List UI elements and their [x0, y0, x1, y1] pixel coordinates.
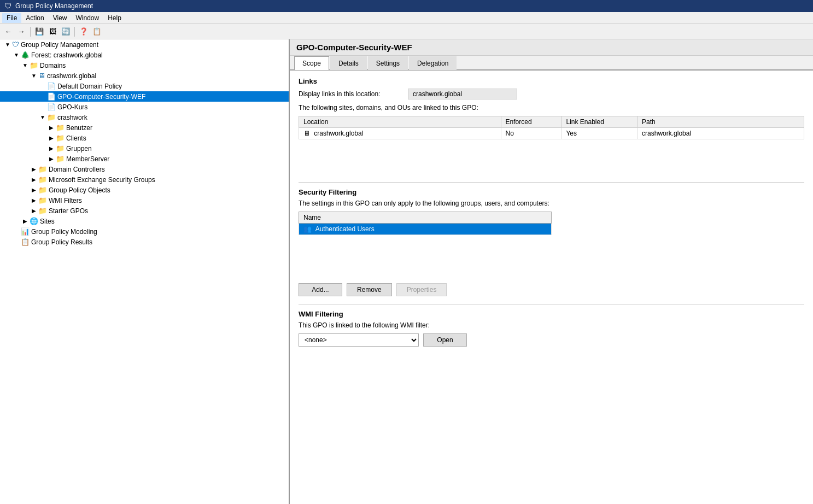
main-layout: ▼ 🛡 Group Policy Management ▼ 🌲 Forest: … — [0, 39, 813, 504]
wmi-filters-icon: 📁 — [38, 196, 47, 204]
tree-item-sites[interactable]: ▶ 🌐 Sites — [0, 216, 289, 226]
toolbar-separator-1 — [30, 27, 31, 37]
links-col-path: Path — [637, 116, 804, 128]
right-panel: GPO-Computer-Security-WEF Scope Details … — [290, 39, 813, 504]
security-table: Name 👥 Authenticated Users — [299, 212, 552, 235]
tree-arrow-default-domain[interactable]: ▶ — [38, 83, 47, 89]
tree-label-domains: Domains — [40, 62, 66, 69]
menu-action[interactable]: Action — [21, 13, 48, 23]
tree-item-clients[interactable]: ▶ 📁 Clients — [0, 133, 289, 143]
toolbar: ← → 💾 🖼 🔄 ❓ 📋 — [0, 24, 813, 39]
links-row-location: 🖥 crashwork.global — [299, 128, 501, 139]
tree-arrow-domains[interactable]: ▼ — [21, 62, 30, 68]
tree-arrow-gpo-kurs[interactable]: ▶ — [38, 104, 47, 110]
menu-window[interactable]: Window — [72, 13, 104, 23]
tree-item-starter-gpos[interactable]: ▶ 📁 Starter GPOs — [0, 206, 289, 216]
tree-arrow-gpo-results[interactable]: ▶ — [12, 239, 21, 245]
gpo-kurs-icon: 📄 — [47, 103, 56, 111]
security-row-icon: 👥 — [303, 225, 312, 233]
links-col-location: Location — [299, 116, 501, 128]
tree-arrow-clients[interactable]: ▶ — [47, 135, 56, 141]
links-row-link-enabled: Yes — [562, 128, 637, 139]
tree-item-gruppen[interactable]: ▶ 📁 Gruppen — [0, 143, 289, 154]
tree-arrow-forest[interactable]: ▼ — [12, 52, 21, 58]
tree-arrow-domain-controllers[interactable]: ▶ — [30, 166, 38, 172]
save-button[interactable]: 💾 — [33, 26, 45, 38]
tree-arrow-gpo-security[interactable]: ▶ — [38, 93, 47, 99]
tree-item-gpo-objects[interactable]: ▶ 📁 Group Policy Objects — [0, 185, 289, 195]
tree-arrow-crashwork[interactable]: ▼ — [38, 114, 47, 120]
wmi-row: <none> Open — [299, 333, 804, 347]
tree-item-default-domain[interactable]: ▶ 📄 Default Domain Policy — [0, 81, 289, 91]
location-icon: 🖥 — [303, 130, 310, 137]
clients-icon: 📁 — [56, 134, 65, 142]
tree-item-gpo-computer-security-wef[interactable]: ▶ 📄 GPO-Computer-Security-WEF — [0, 91, 289, 102]
tree-arrow-ms-exchange[interactable]: ▶ — [30, 177, 38, 183]
tree-arrow-gpo-modeling[interactable]: ▶ — [12, 228, 21, 235]
tab-scope[interactable]: Scope — [294, 56, 329, 70]
remove-button[interactable]: Remove — [347, 283, 392, 296]
title-bar-icon: 🛡 — [4, 2, 12, 10]
tree-arrow-sites[interactable]: ▶ — [21, 218, 30, 224]
tree-arrow-gruppen[interactable]: ▶ — [47, 145, 56, 151]
tree-label-gpo-results: Group Policy Results — [31, 238, 92, 246]
tree-label-domain-controllers: Domain Controllers — [49, 166, 105, 173]
tree-arrow-wmi-filters[interactable]: ▶ — [30, 197, 38, 203]
tree-item-wmi-filters[interactable]: ▶ 📁 WMI Filters — [0, 195, 289, 206]
links-row-path: crashwork.global — [637, 128, 804, 139]
tree-item-benutzer[interactable]: ▶ 📁 Benutzer — [0, 122, 289, 133]
menu-view[interactable]: View — [49, 13, 72, 23]
tree-arrow-crashwork-global[interactable]: ▼ — [30, 73, 38, 79]
menu-help[interactable]: Help — [103, 13, 126, 23]
tree-arrow-gpo-objects[interactable]: ▶ — [30, 187, 38, 193]
tree-arrow-starter-gpos[interactable]: ▶ — [30, 208, 38, 214]
tree-item-forest[interactable]: ▼ 🌲 Forest: crashwork.global — [0, 50, 289, 60]
tree-item-domains[interactable]: ▼ 📁 Domains — [0, 60, 289, 71]
tab-settings[interactable]: Settings — [368, 56, 408, 70]
tree-item-crashwork-global[interactable]: ▼ 🖥 crashwork.global — [0, 71, 289, 81]
add-button[interactable]: Add... — [299, 283, 342, 296]
tree-arrow-gpm[interactable]: ▼ — [3, 42, 12, 48]
tree-item-memberserver[interactable]: ▶ 📁 MemberServer — [0, 154, 289, 164]
tree-arrow-benutzer[interactable]: ▶ — [47, 125, 56, 131]
tree-label-gpo-security: GPO-Computer-Security-WEF — [57, 93, 145, 101]
tree-arrow-memberserver[interactable]: ▶ — [47, 156, 56, 162]
crashwork-global-icon: 🖥 — [38, 72, 45, 80]
new-window-button[interactable]: 🖼 — [46, 26, 59, 38]
refresh-button[interactable]: 🔄 — [60, 26, 72, 38]
tree-item-gpm[interactable]: ▼ 🛡 Group Policy Management — [0, 39, 289, 50]
forward-button[interactable]: → — [15, 26, 27, 38]
menu-file[interactable]: File — [2, 13, 21, 23]
tree-label-gpm: Group Policy Management — [21, 41, 98, 49]
wmi-open-button[interactable]: Open — [423, 333, 467, 347]
tree-label-gruppen: Gruppen — [66, 145, 92, 153]
tab-delegation[interactable]: Delegation — [409, 56, 457, 70]
properties-button[interactable]: Properties — [396, 283, 447, 296]
console-button[interactable]: 📋 — [91, 26, 103, 38]
gpo-security-icon: 📄 — [47, 92, 56, 101]
tree-item-gpo-modeling[interactable]: ▶ 📊 Group Policy Modeling — [0, 226, 289, 237]
tree-item-gpo-results[interactable]: ▶ 📋 Group Policy Results — [0, 237, 289, 247]
tree-item-gpo-kurs[interactable]: ▶ 📄 GPO-Kurs — [0, 102, 289, 112]
tree-label-forest: Forest: crashwork.global — [31, 51, 103, 59]
tree-item-crashwork[interactable]: ▼ 📁 crashwork — [0, 112, 289, 122]
security-col-name: Name — [299, 212, 552, 224]
table-row[interactable]: 🖥 crashwork.global No Yes crashwork.glob… — [299, 128, 804, 139]
tree-label-crashwork-global: crashwork.global — [47, 72, 96, 80]
back-button[interactable]: ← — [2, 26, 14, 38]
tree-label-wmi-filters: WMI Filters — [49, 197, 82, 204]
tree-label-starter-gpos: Starter GPOs — [49, 207, 88, 215]
gpo-objects-icon: 📁 — [38, 186, 47, 194]
security-btn-row: Add... Remove Properties — [299, 283, 804, 296]
table-row[interactable]: 👥 Authenticated Users — [299, 224, 552, 235]
domains-icon: 📁 — [30, 61, 38, 69]
help-button[interactable]: ❓ — [78, 26, 90, 38]
tree-item-domain-controllers[interactable]: ▶ 📁 Domain Controllers — [0, 164, 289, 174]
title-bar-text: Group Policy Management — [15, 2, 93, 10]
tree-panel: ▼ 🛡 Group Policy Management ▼ 🌲 Forest: … — [0, 39, 290, 504]
divider-1 — [299, 182, 804, 183]
gpo-title: GPO-Computer-Security-WEF — [290, 39, 813, 56]
tree-item-ms-exchange[interactable]: ▶ 📁 Microsoft Exchange Security Groups — [0, 174, 289, 185]
wmi-dropdown[interactable]: <none> — [299, 333, 419, 347]
tab-details[interactable]: Details — [330, 56, 367, 70]
